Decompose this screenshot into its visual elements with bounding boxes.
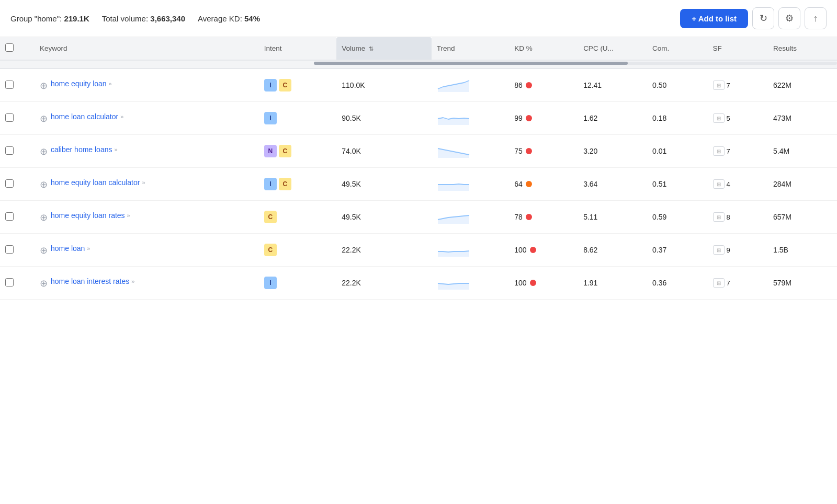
cpc-value: 3.64 [583, 180, 597, 188]
sf-number: 8 [727, 213, 730, 221]
kd-cell: 64 [509, 168, 578, 201]
row-checkbox-2[interactable] [5, 146, 14, 155]
results-value: 657M [773, 213, 791, 221]
volume-cell: 49.5K [336, 168, 431, 201]
settings-button[interactable]: ⚙ [778, 7, 800, 29]
results-value: 284M [773, 180, 791, 188]
col-header-cpc: CPC (U... [578, 37, 647, 60]
intent-cell: IC [259, 168, 336, 201]
results-value: 473M [773, 114, 791, 122]
sf-cell: ⊞ 4 [713, 179, 763, 189]
com-cell: 0.50 [647, 68, 707, 102]
intent-badges: NC [264, 145, 331, 157]
keyword-cell-inner: ⊕ home loan calculator » [40, 112, 254, 124]
volume-value: 49.5K [342, 180, 361, 188]
col-header-com: Com. [647, 37, 707, 60]
kd-dot [526, 115, 532, 121]
row-checkbox-1[interactable] [5, 113, 14, 122]
cpc-value: 1.91 [583, 279, 597, 287]
add-keyword-icon[interactable]: ⊕ [40, 146, 48, 157]
results-cell: 1.5B [768, 234, 837, 267]
keyword-cell: ⊕ home equity loan calculator » [35, 168, 259, 201]
row-checkbox-0[interactable] [5, 81, 14, 89]
add-keyword-icon[interactable]: ⊕ [40, 113, 48, 124]
add-to-list-button[interactable]: + Add to list [680, 9, 748, 28]
row-checkbox-3[interactable] [5, 179, 14, 188]
cpc-cell: 3.20 [578, 135, 647, 168]
header-stats: Group "home": 219.1K Total volume: 3,663… [10, 14, 668, 23]
intent-cell: I [259, 102, 336, 135]
table-row: ⊕ home loan calculator » I 90.5K 99 1.62 [0, 102, 837, 135]
sf-feature-icon: ⊞ [713, 81, 725, 90]
table-row: ⊕ home equity loan calculator » IC 49.5K… [0, 168, 837, 201]
sf-number: 5 [727, 114, 730, 122]
trend-cell [432, 168, 509, 201]
sf-cell-td: ⊞ 7 [708, 267, 768, 300]
refresh-button[interactable]: ↻ [752, 7, 774, 29]
keyword-cell-inner: ⊕ home loan » [40, 244, 254, 256]
sf-feature-icon: ⊞ [713, 212, 725, 222]
results-cell: 579M [768, 267, 837, 300]
keyword-cell-inner: ⊕ caliber home loans » [40, 145, 254, 157]
results-cell: 622M [768, 68, 837, 102]
intent-badges: IC [264, 178, 331, 190]
add-keyword-icon[interactable]: ⊕ [40, 80, 48, 91]
header-bar: Group "home": 219.1K Total volume: 3,663… [0, 0, 837, 37]
col-header-volume[interactable]: Volume ⇅ [336, 37, 431, 60]
keyword-link[interactable]: home equity loan rates » [51, 211, 130, 220]
row-checkbox-4[interactable] [5, 212, 14, 221]
results-value: 622M [773, 81, 791, 89]
keyword-link[interactable]: home loan interest rates » [51, 277, 134, 285]
keyword-link[interactable]: home loan » [51, 244, 91, 253]
col-header-trend: Trend [432, 37, 509, 60]
keyword-link[interactable]: home equity loan » [51, 79, 112, 88]
cpc-cell: 1.62 [578, 102, 647, 135]
row-checkbox-5[interactable] [5, 245, 14, 254]
com-value: 0.59 [652, 213, 666, 221]
keyword-link[interactable]: home equity loan calculator » [51, 178, 145, 187]
cpc-value: 1.62 [583, 114, 597, 122]
kd-dot [526, 148, 532, 154]
kd-cell: 100 [509, 267, 578, 300]
sf-number: 9 [727, 246, 730, 254]
add-keyword-icon[interactable]: ⊕ [40, 278, 48, 289]
keyword-cell-inner: ⊕ home equity loan » [40, 79, 254, 91]
trend-cell [432, 102, 509, 135]
intent-cell: NC [259, 135, 336, 168]
select-all-checkbox[interactable] [5, 43, 14, 52]
sf-cell-td: ⊞ 5 [708, 102, 768, 135]
scrollbar-thumb[interactable] [314, 62, 628, 65]
badge-intent-C: C [279, 145, 291, 157]
scroll-bar-row [0, 60, 837, 68]
com-value: 0.01 [652, 147, 666, 155]
export-icon: ↑ [813, 13, 818, 24]
horizontal-scrollbar[interactable] [314, 62, 837, 65]
cpc-value: 3.20 [583, 147, 597, 155]
row-check-cell [0, 201, 35, 234]
kd-dot [530, 247, 536, 253]
results-cell: 5.4M [768, 135, 837, 168]
badge-intent-C: C [279, 178, 291, 190]
add-keyword-icon[interactable]: ⊕ [40, 212, 48, 223]
results-value: 1.5B [773, 246, 788, 254]
keyword-link[interactable]: home loan calculator » [51, 112, 123, 121]
badge-intent-I: I [264, 277, 277, 289]
cpc-value: 12.41 [583, 81, 602, 89]
export-button[interactable]: ↑ [805, 7, 827, 29]
volume-cell: 49.5K [336, 201, 431, 234]
expand-icon: » [127, 212, 130, 219]
kd-value: 75 [514, 147, 523, 155]
kd-value: 99 [514, 114, 523, 122]
table-row: ⊕ caliber home loans » NC 74.0K 75 3.20 [0, 135, 837, 168]
keyword-link[interactable]: caliber home loans » [51, 145, 118, 154]
sf-number: 7 [727, 82, 730, 89]
add-keyword-icon[interactable]: ⊕ [40, 179, 48, 190]
add-keyword-icon[interactable]: ⊕ [40, 245, 48, 256]
intent-cell: IC [259, 68, 336, 102]
trend-cell [432, 234, 509, 267]
total-volume-value: 3,663,340 [150, 14, 185, 23]
trend-cell [432, 201, 509, 234]
sort-icon: ⇅ [369, 45, 374, 52]
volume-cell: 110.0K [336, 68, 431, 102]
row-checkbox-6[interactable] [5, 278, 14, 287]
